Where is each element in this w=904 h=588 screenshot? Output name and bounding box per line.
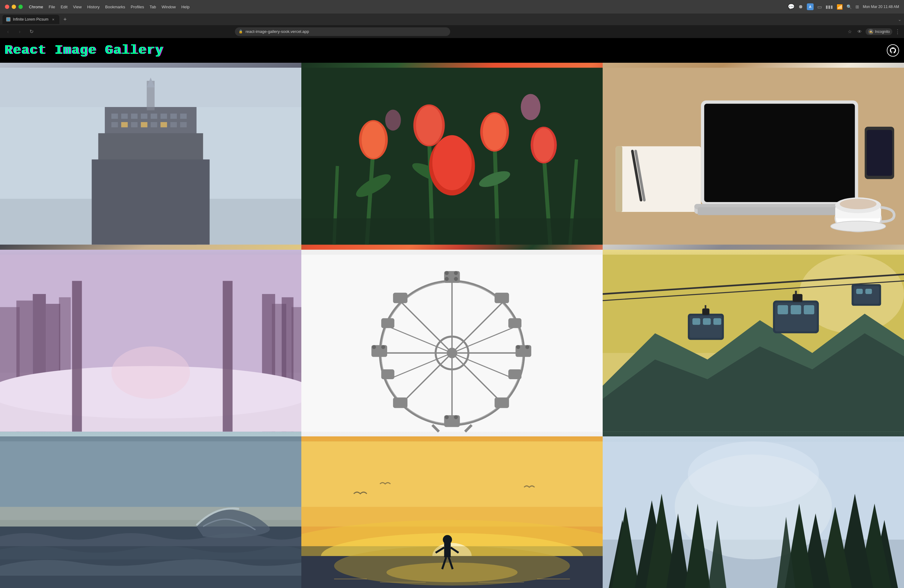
svg-point-100 (454, 415, 458, 419)
image-cell-ferris[interactable] (301, 250, 603, 437)
svg-point-41 (533, 128, 554, 162)
github-icon[interactable] (887, 44, 899, 57)
svg-rect-13 (131, 122, 137, 127)
svg-point-63 (840, 199, 876, 209)
menu-profiles[interactable]: Profiles (131, 5, 144, 9)
tab-expand-button[interactable]: ⌄ (898, 17, 902, 22)
svg-point-35 (362, 122, 385, 158)
svg-rect-16 (161, 122, 167, 127)
svg-rect-23 (0, 68, 301, 107)
svg-rect-59 (867, 130, 892, 176)
svg-point-163 (443, 535, 452, 544)
image-grid (0, 63, 904, 588)
image-cell-ocean[interactable] (0, 436, 301, 588)
svg-point-103 (381, 345, 385, 349)
lock-icon: 🔒 (239, 30, 243, 33)
svg-rect-162 (444, 543, 450, 558)
system-time: Mon Mar 20 11:48 AM (863, 5, 899, 9)
svg-rect-7 (151, 114, 157, 119)
svg-rect-130 (793, 294, 803, 302)
image-cell-forest[interactable] (603, 436, 904, 588)
image-cell-sunset[interactable] (301, 436, 603, 588)
svg-rect-8 (161, 114, 167, 119)
close-button[interactable] (5, 5, 9, 9)
menu-edit[interactable]: Edit (60, 5, 67, 9)
svg-rect-11 (111, 122, 118, 127)
image-cell-laptop[interactable] (603, 63, 904, 250)
svg-point-187 (688, 441, 819, 507)
screen-icon: ▭ (817, 4, 822, 10)
menu-bookmarks[interactable]: Bookmarks (105, 5, 125, 9)
svg-rect-112 (508, 318, 522, 328)
image-cell-building[interactable] (0, 63, 301, 250)
svg-rect-50 (616, 146, 622, 212)
svg-rect-129 (804, 305, 814, 314)
menu-bar: Chrome File Edit View History Bookmarks … (29, 5, 784, 9)
new-tab-button[interactable]: + (60, 15, 69, 24)
menu-help[interactable]: Help (182, 5, 190, 9)
svg-point-105 (516, 345, 520, 349)
back-button[interactable]: ‹ (4, 27, 12, 36)
svg-rect-49 (616, 146, 701, 212)
svg-point-95 (454, 271, 458, 275)
svg-point-106 (525, 345, 529, 349)
incognito-label: Incognito (875, 30, 890, 34)
image-cell-tulips[interactable] (301, 63, 603, 250)
svg-rect-4 (121, 114, 128, 119)
svg-point-99 (445, 415, 449, 419)
svg-rect-134 (692, 318, 700, 324)
control-center-icon[interactable]: ⊞ (855, 4, 859, 9)
address-input[interactable]: 🔒 react-image-gallery-sook.vercel.app (235, 27, 450, 36)
menu-chrome[interactable]: Chrome (29, 5, 43, 9)
svg-point-37 (416, 106, 442, 145)
svg-rect-136 (713, 318, 721, 324)
menu-window[interactable]: Window (161, 5, 175, 9)
svg-rect-18 (180, 122, 186, 127)
svg-point-64 (831, 221, 885, 232)
svg-point-96 (445, 277, 449, 281)
svg-rect-151 (301, 441, 603, 507)
svg-rect-12 (121, 122, 128, 127)
svg-rect-111 (381, 318, 395, 328)
svg-rect-5 (131, 114, 137, 119)
maximize-button[interactable] (19, 5, 23, 9)
menu-view[interactable]: View (73, 5, 82, 9)
profile-icon[interactable]: 👁 (856, 28, 863, 35)
address-actions: ☆ 👁 🕵 Incognito ⋮ (846, 28, 900, 35)
svg-point-39 (483, 114, 506, 150)
menu-file[interactable]: File (49, 5, 55, 9)
tab-bar: 🌐 Infinite Lorem Picsum ✕ + ⌄ (0, 14, 904, 25)
title-bar: Chrome File Edit View History Bookmarks … (0, 0, 904, 14)
svg-rect-54 (704, 104, 855, 202)
svg-rect-109 (393, 397, 408, 408)
system-icons: 💬 ⏺ A ▭ ▮▮▮ 📶 🔍 ⊞ Mon Mar 20 11:48 AM (788, 3, 899, 10)
svg-point-45 (521, 94, 541, 120)
minimize-button[interactable] (12, 5, 16, 9)
tab-close-button[interactable]: ✕ (51, 17, 56, 22)
app-header: React Image Gallery (0, 38, 904, 63)
svg-rect-22 (92, 159, 209, 245)
svg-rect-137 (702, 308, 710, 315)
svg-rect-15 (151, 122, 157, 127)
bookmark-icon[interactable]: ☆ (846, 28, 853, 35)
svg-point-46 (385, 110, 401, 131)
reload-button[interactable]: ↻ (27, 27, 36, 36)
svg-rect-3 (111, 114, 118, 119)
svg-rect-127 (778, 305, 788, 314)
svg-rect-80 (0, 254, 301, 432)
profile-icon: A (807, 3, 814, 10)
image-cell-winter[interactable] (0, 250, 301, 437)
app-title: React Image Gallery (5, 43, 164, 58)
svg-point-102 (372, 345, 376, 349)
browser-tab-active[interactable]: 🌐 Infinite Lorem Picsum ✕ (2, 15, 59, 24)
traffic-lights (5, 5, 23, 9)
forward-button[interactable]: › (15, 27, 24, 36)
menu-tab[interactable]: Tab (149, 5, 156, 9)
menu-history[interactable]: History (87, 5, 100, 9)
search-icon[interactable]: 🔍 (847, 4, 852, 9)
svg-rect-128 (790, 305, 801, 314)
image-cell-cable-car[interactable] (603, 250, 904, 437)
browser-menu-button[interactable]: ⋮ (895, 28, 900, 35)
svg-rect-135 (703, 318, 711, 324)
svg-rect-17 (170, 122, 177, 127)
